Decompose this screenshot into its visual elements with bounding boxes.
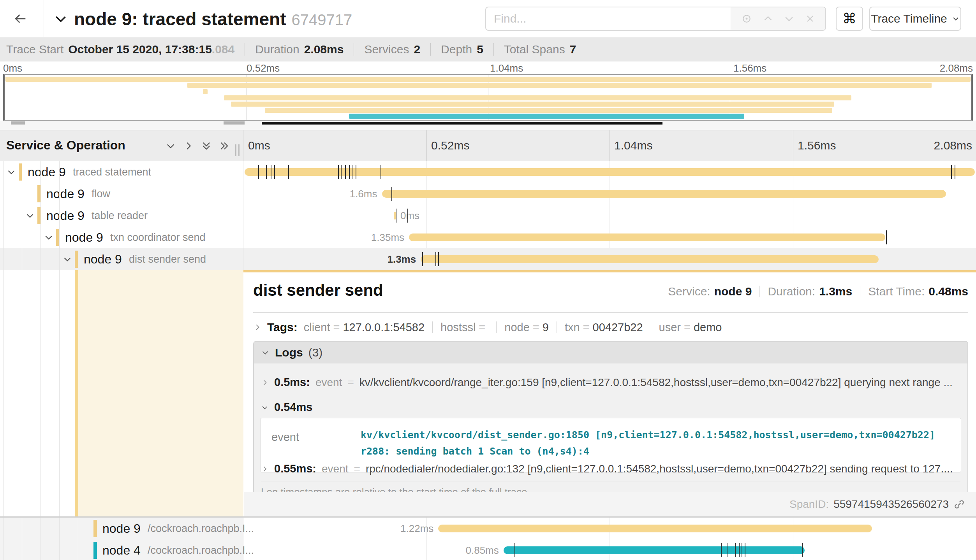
service-operation-title: Service & Operation <box>6 138 125 153</box>
back-button[interactable] <box>9 9 32 28</box>
span-color-strip <box>37 185 41 202</box>
span-bar[interactable] <box>382 190 946 198</box>
span-row-flow[interactable]: node 9 flow 1.6ms <box>0 183 976 205</box>
span-service: node 9 <box>65 230 103 245</box>
arrow-left-icon <box>12 11 28 26</box>
trace-view-label: Trace Timeline <box>871 12 947 25</box>
span-service: node 4 <box>102 543 141 558</box>
overview-value: node 9 <box>714 285 752 298</box>
chevron-down-icon <box>952 15 960 23</box>
clear-search-x-icon[interactable] <box>805 13 816 24</box>
tag-key: node <box>504 321 530 334</box>
span-bar[interactable] <box>245 168 975 176</box>
overview-value: 0.48ms <box>928 285 968 298</box>
next-match-chevron-down-icon[interactable] <box>783 13 795 25</box>
span-operation: flow <box>92 188 110 200</box>
span-row-roachpb-node4[interactable]: node 4 /cockroach.roachpb.I... 0.85ms <box>0 539 976 560</box>
span-row-txn-coordinator-send[interactable]: node 9 txn coordinator send 1.35ms <box>0 226 976 248</box>
span-row-traced-statement[interactable]: node 9 traced statement <box>0 161 976 183</box>
chevron-down-icon[interactable] <box>6 167 19 177</box>
find-input[interactable] <box>486 7 731 30</box>
logs-title: Logs <box>275 346 303 359</box>
link-icon[interactable] <box>953 499 965 510</box>
minimap-left-scrubber-handle[interactable] <box>11 121 25 125</box>
log-entry-collapsed[interactable]: 0.55ms: event = rpc/nodedialer/nodediale… <box>261 462 962 475</box>
divider <box>354 43 354 56</box>
span-row-roachpb-node9[interactable]: node 9 /cockroach.roachpb.I... 1.22ms <box>0 518 976 539</box>
detail-span-color-strip <box>75 270 78 516</box>
collapse-one-chevron-down-icon[interactable] <box>165 140 176 151</box>
column-resizer-handle[interactable] <box>235 144 240 156</box>
trace-view-selector[interactable]: Trace Timeline <box>869 7 961 31</box>
divider <box>245 43 245 56</box>
ruler-tick-label: 0ms <box>248 139 270 152</box>
tag-key: user <box>659 321 681 334</box>
log-field-key: event <box>271 431 299 444</box>
minimap-canvas[interactable] <box>3 74 973 121</box>
ruler-tick-label: 0ms <box>3 62 22 74</box>
span-service: node 9 <box>84 252 122 267</box>
log-entry-expanded-header[interactable]: 0.54ms <box>261 401 312 414</box>
chevron-down-icon[interactable] <box>62 254 75 264</box>
detail-overview: Service: node 9 Duration: 1.3ms Start Ti… <box>668 285 968 298</box>
keyboard-shortcuts-button[interactable]: ⌘ <box>836 7 863 31</box>
trace-timeline-app: node 9: traced statement6749717 ⌘ Tra <box>0 0 976 560</box>
logs-accordion-header[interactable]: Logs (3) <box>254 342 967 363</box>
expand-all-double-chevron-right-icon[interactable] <box>219 140 230 151</box>
equals-sign: = <box>684 321 691 334</box>
divider <box>44 0 44 37</box>
log-timestamp: 0.5ms: <box>274 376 310 389</box>
span-bar[interactable] <box>421 255 879 263</box>
span-duration-label: 0.85ms <box>465 544 499 556</box>
equals-sign: = <box>333 321 340 334</box>
ruler-tick-label: 1.56ms <box>798 139 836 152</box>
chevron-down-icon[interactable] <box>25 211 37 221</box>
span-id-value: 5597415943526560273 <box>833 498 949 511</box>
focus-match-icon[interactable] <box>741 13 752 25</box>
span-row-dist-sender-send[interactable]: node 9 dist sender send 1.3ms <box>0 248 976 270</box>
log-entry-collapsed[interactable]: 0.5ms: event = kv/kvclient/kvcoord/range… <box>261 376 962 389</box>
tags-accordion[interactable]: Tags: client=127.0.0.1:54582 hostssl= no… <box>253 318 968 336</box>
log-timestamp: 0.55ms: <box>274 462 316 475</box>
span-bar[interactable] <box>394 212 396 219</box>
span-color-strip <box>93 520 97 537</box>
minimap-ruler: 0ms 0.52ms 1.04ms 1.56ms 2.08ms <box>0 61 976 74</box>
span-service: node 9 <box>28 165 66 179</box>
minimap-right-scrubber-handle[interactable] <box>224 121 245 125</box>
span-duration-label: 1.6ms <box>350 188 377 200</box>
tag-key: hostssl <box>440 321 476 334</box>
meta-label: Services <box>364 43 409 56</box>
divider <box>651 321 651 333</box>
ruler-tick-label: 1.04ms <box>614 139 652 152</box>
span-bar[interactable] <box>409 233 885 241</box>
collapse-all-double-chevron-down-icon[interactable] <box>201 140 212 151</box>
divider <box>557 321 557 333</box>
span-bar[interactable] <box>438 525 872 532</box>
divider <box>860 286 860 297</box>
tag-value: 127.0.0.1:54582 <box>343 321 425 334</box>
expand-one-chevron-right-icon[interactable] <box>183 140 194 151</box>
ruler-tick-label: 0.52ms <box>247 62 280 74</box>
collapse-trace-chevron-down-icon[interactable] <box>53 11 69 26</box>
tag-key: txn <box>565 321 580 334</box>
command-icon: ⌘ <box>842 11 856 27</box>
divider <box>432 321 433 333</box>
prev-match-chevron-up-icon[interactable] <box>762 13 774 25</box>
equals-sign: = <box>583 321 590 334</box>
meta-label: Depth <box>441 43 472 56</box>
span-operation: /cockroach.roachpb.I... <box>148 523 254 535</box>
span-detail-panel: dist sender send Service: node 9 Duratio… <box>244 272 976 516</box>
span-rows-area: node 9 traced statement node 9 flow 1.6m… <box>0 161 976 560</box>
span-row-table-reader[interactable]: node 9 table reader 0ms <box>0 205 976 226</box>
span-color-strip <box>56 229 60 246</box>
chevron-down-icon[interactable] <box>44 232 56 242</box>
tag-value: 9 <box>543 321 549 334</box>
horizontal-scrollbar[interactable] <box>262 122 662 125</box>
span-bar[interactable] <box>504 546 805 554</box>
span-duration-label: 0ms <box>400 210 419 222</box>
minimap-scrub-strip <box>0 121 976 130</box>
chevron-right-icon <box>253 323 262 332</box>
log-field-value: rpc/nodedialer/nodedialer.go:132 [n9,cli… <box>366 463 953 475</box>
log-field-key: event <box>315 376 342 389</box>
detail-footer: SpanID: 5597415943526560273 <box>244 492 976 516</box>
